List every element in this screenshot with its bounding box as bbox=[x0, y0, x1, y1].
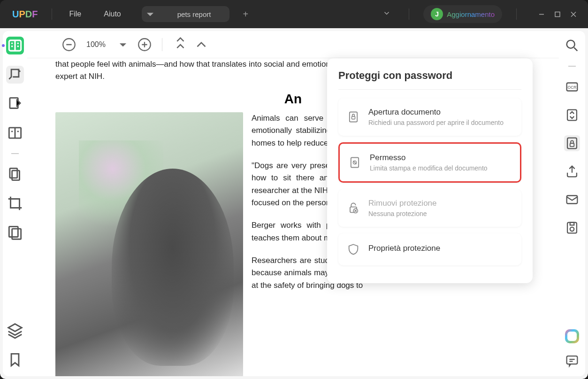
app-logo: UPDF bbox=[4, 9, 46, 20]
bookmark-button[interactable] bbox=[6, 351, 24, 369]
popup-item-permission[interactable]: Permesso Limita stampa e modifica del do… bbox=[338, 142, 521, 183]
svg-text:OCR: OCR bbox=[568, 85, 577, 90]
email-button[interactable] bbox=[564, 192, 580, 208]
search-button[interactable] bbox=[564, 38, 580, 54]
zoom-level: 100% bbox=[83, 40, 109, 49]
shield-icon bbox=[347, 243, 360, 256]
first-page-button[interactable] bbox=[172, 37, 188, 53]
layers-button[interactable] bbox=[6, 322, 24, 340]
convert-button[interactable] bbox=[564, 107, 580, 123]
titlebar: UPDF File Aiuto pets report + J Aggiorna… bbox=[0, 0, 588, 28]
zoom-dropdown[interactable] bbox=[115, 37, 131, 53]
indicator-dot bbox=[2, 44, 5, 47]
zoom-in-button[interactable] bbox=[137, 37, 153, 53]
popup-item-desc: Nessuna protezione bbox=[368, 210, 513, 217]
svg-rect-21 bbox=[570, 143, 574, 147]
separator bbox=[162, 38, 162, 51]
popup-item-title: Proprietà protezione bbox=[368, 244, 513, 253]
compare-tool-button[interactable] bbox=[6, 224, 24, 241]
svg-rect-11 bbox=[352, 116, 355, 119]
comment-tool-button[interactable] bbox=[6, 66, 24, 84]
crop-tool-button[interactable] bbox=[6, 194, 24, 212]
unlock-icon bbox=[347, 201, 360, 215]
reader-mode-button[interactable] bbox=[6, 37, 24, 54]
svg-rect-26 bbox=[567, 356, 578, 364]
prev-page-button[interactable] bbox=[193, 37, 209, 53]
user-badge[interactable]: J Aggiornamento bbox=[423, 5, 502, 23]
svg-rect-5 bbox=[12, 170, 20, 180]
minimize-button[interactable] bbox=[538, 10, 545, 18]
toolbar: 100% bbox=[27, 31, 559, 58]
chat-button[interactable] bbox=[564, 353, 580, 369]
svg-rect-25 bbox=[570, 223, 574, 225]
ocr-button[interactable]: OCR bbox=[564, 79, 580, 95]
left-sidebar bbox=[3, 31, 27, 376]
share-button[interactable] bbox=[564, 163, 580, 179]
popup-item-title: Rimuovi protezione bbox=[368, 199, 513, 208]
popup-item-desc: Limita stampa e modifica del documento bbox=[370, 164, 512, 172]
organize-pages-button[interactable] bbox=[6, 165, 24, 183]
svg-rect-22 bbox=[567, 196, 578, 204]
divider bbox=[338, 89, 521, 90]
avatar: J bbox=[431, 8, 443, 20]
popup-item-desc: Richiedi una password per aprire il docu… bbox=[368, 119, 513, 126]
svg-rect-10 bbox=[350, 112, 357, 122]
svg-rect-0 bbox=[555, 12, 560, 16]
tabs-container: pets report + bbox=[142, 6, 379, 22]
popup-item-title: Apertura documento bbox=[368, 108, 513, 117]
svg-point-24 bbox=[570, 227, 574, 232]
divider bbox=[409, 8, 409, 20]
separator bbox=[568, 66, 576, 67]
edit-tool-button[interactable] bbox=[6, 95, 24, 113]
page-tool-button[interactable] bbox=[6, 124, 24, 142]
save-button[interactable] bbox=[564, 220, 580, 236]
menu-file[interactable]: File bbox=[58, 10, 92, 18]
upgrade-label: Aggiornamento bbox=[447, 10, 495, 18]
doc-image-cat bbox=[55, 112, 243, 376]
maximize-button[interactable] bbox=[554, 10, 561, 18]
permission-icon bbox=[348, 156, 361, 169]
content-area: 100% that people feel with animals—and h… bbox=[27, 31, 559, 376]
tab-active[interactable]: pets report bbox=[159, 6, 230, 22]
close-button[interactable] bbox=[570, 10, 577, 18]
lock-document-icon bbox=[347, 110, 360, 124]
menu-help[interactable]: Aiuto bbox=[92, 10, 132, 18]
svg-point-16 bbox=[567, 40, 575, 48]
popup-item-title: Permesso bbox=[370, 153, 512, 162]
right-sidebar: OCR bbox=[559, 31, 585, 376]
protect-button[interactable] bbox=[564, 135, 580, 151]
svg-rect-4 bbox=[10, 168, 17, 178]
tab-dropdown[interactable] bbox=[142, 6, 159, 22]
protect-password-popup: Proteggi con password Apertura documento… bbox=[327, 58, 533, 283]
divider bbox=[516, 8, 517, 20]
sidebar-separator bbox=[11, 153, 19, 154]
popup-item-protection-properties[interactable]: Proprietà protezione bbox=[338, 233, 521, 265]
popup-item-open-document[interactable]: Apertura documento Richiedi una password… bbox=[338, 98, 521, 136]
window-controls bbox=[531, 10, 584, 18]
divider bbox=[52, 8, 52, 20]
ai-assistant-button[interactable] bbox=[565, 329, 579, 343]
popup-item-remove-protection[interactable]: Rimuovi protezione Nessuna protezione bbox=[338, 189, 521, 227]
popup-title: Proteggi con password bbox=[338, 70, 521, 82]
zoom-out-button[interactable] bbox=[61, 37, 77, 53]
main-area: 100% that people feel with animals—and h… bbox=[0, 28, 588, 379]
chevron-down-icon[interactable] bbox=[379, 9, 395, 19]
tab-add-button[interactable]: + bbox=[235, 9, 256, 20]
